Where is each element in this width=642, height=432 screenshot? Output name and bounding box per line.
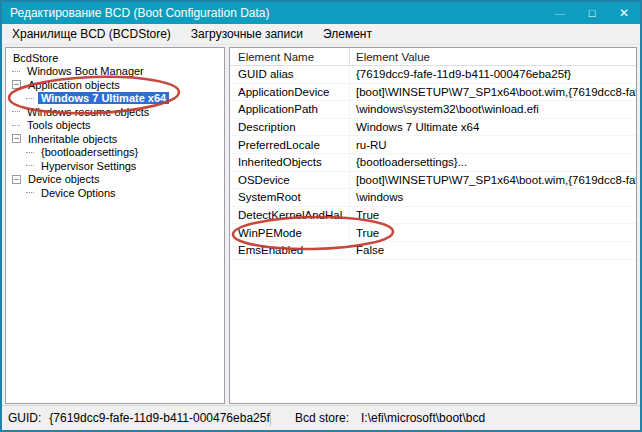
tree-connector-line	[26, 152, 34, 153]
element-name-cell: SystemRoot	[230, 189, 350, 206]
tree-item-device-options[interactable]: Device Options	[6, 186, 224, 200]
element-value-cell: \windows\system32\boot\winload.efi	[350, 103, 636, 115]
menu-bar: Хранилище BCD (BCDStore) Загрузочные зап…	[2, 24, 640, 45]
tree-connector-line	[26, 165, 34, 166]
element-name-cell: GUID alias	[230, 66, 350, 83]
status-guid-label: GUID:	[8, 411, 41, 425]
element-name-cell: ApplicationDevice	[230, 84, 350, 101]
collapse-icon[interactable]: −	[12, 175, 21, 184]
tree-item-windows-resume-objects[interactable]: Windows resume objects	[6, 105, 224, 119]
element-row-applicationdevice[interactable]: ApplicationDevice[boot]\WINSETUP\W7_SP1x…	[230, 84, 636, 102]
status-store-section: Bcd store: I:\efi\microsoft\boot\bcd	[271, 411, 485, 425]
element-row-description[interactable]: DescriptionWindows 7 Ultimate x64	[230, 119, 636, 137]
status-bar: GUID: {7619dcc9-fafe-11d9-b411-000476eba…	[2, 405, 640, 430]
column-header-element-name[interactable]: Element Name	[230, 48, 350, 65]
element-row-inheritedobjects[interactable]: InheritedObjects{bootloadersettings}...	[230, 154, 636, 172]
element-row-systemroot[interactable]: SystemRoot\windows	[230, 189, 636, 207]
tree-item-label: Application objects	[25, 79, 123, 91]
tree-item-label: Windows resume objects	[24, 106, 152, 118]
element-row-detectkernelandhal[interactable]: DetectKernelAndHalTrue	[230, 207, 636, 225]
main-area: BcdStoreWindows Boot Manager−Application…	[2, 45, 640, 405]
element-name-cell: InheritedObjects	[230, 154, 350, 171]
element-value-cell: {bootloadersettings}...	[350, 156, 636, 168]
menu-item-boot-entries[interactable]: Загрузочные записи	[181, 27, 313, 41]
tree-connector-line	[12, 125, 20, 126]
maximize-icon[interactable]: □	[576, 2, 608, 24]
tree-item-label: Device objects	[25, 173, 103, 185]
tree-item-label: BcdStore	[10, 52, 61, 64]
tree-connector-line	[26, 192, 34, 193]
status-guid-value: {7619dcc9-fafe-11d9-b411-000476eba25f}	[49, 411, 270, 425]
tree-item-label: Inheritable objects	[25, 133, 120, 145]
element-value-cell: True	[350, 209, 636, 221]
tree-item-label: {bootloadersettings}	[38, 146, 141, 158]
title-bar: Редактирование BCD (Boot Configuration D…	[2, 2, 640, 24]
tree-connector-line	[12, 71, 20, 72]
element-name-cell: OSDevice	[230, 172, 350, 189]
element-row-emsenabled[interactable]: EmsEnabledFalse	[230, 242, 636, 260]
element-list-panel: Element Name Element Value GUID alias{76…	[229, 47, 637, 404]
element-value-cell: \windows	[350, 191, 636, 203]
tree-connector-line	[12, 111, 20, 112]
collapse-icon[interactable]: −	[12, 80, 21, 89]
window-controls: — □ ✕	[544, 2, 640, 24]
element-name-cell: ApplicationPath	[230, 101, 350, 118]
tree-item-label: Device Options	[38, 187, 119, 199]
element-value-cell: False	[350, 244, 636, 256]
bcd-editor-window: Редактирование BCD (Boot Configuration D…	[0, 0, 642, 432]
tree-item-bootloadersettings[interactable]: {bootloadersettings}	[6, 146, 224, 160]
element-row-winpemode[interactable]: WinPEModeTrue	[230, 224, 636, 242]
minimize-icon[interactable]: —	[544, 2, 576, 24]
tree-item-label: Tools objects	[24, 119, 94, 131]
status-store-label: Bcd store:	[295, 411, 349, 425]
collapse-icon[interactable]: −	[12, 134, 21, 143]
window-title: Редактирование BCD (Boot Configuration D…	[10, 6, 270, 20]
element-row-osdevice[interactable]: OSDevice[boot]\WINSETUP\W7_SP1x64\boot.w…	[230, 172, 636, 190]
element-name-cell: DetectKernelAndHal	[230, 207, 350, 224]
element-name-cell: WinPEMode	[230, 224, 350, 241]
column-header-element-value[interactable]: Element Value	[350, 51, 636, 63]
bcd-tree-panel: BcdStoreWindows Boot Manager−Application…	[5, 47, 225, 404]
tree-item-application-objects[interactable]: −Application objects	[6, 78, 224, 92]
tree-item-bcdstore[interactable]: BcdStore	[6, 51, 224, 65]
element-value-cell: ru-RU	[350, 139, 636, 151]
tree-connector-line	[26, 98, 34, 99]
menu-item-element[interactable]: Элемент	[313, 27, 382, 41]
element-value-cell: True	[350, 227, 636, 239]
tree-item-label: Windows Boot Manager	[24, 65, 147, 77]
element-row-applicationpath[interactable]: ApplicationPath\windows\system32\boot\wi…	[230, 101, 636, 119]
element-name-cell: PreferredLocale	[230, 136, 350, 153]
menu-item-bcdstore[interactable]: Хранилище BCD (BCDStore)	[2, 27, 181, 41]
tree-item-windows-7-ultimate-x64[interactable]: Windows 7 Ultimate x64	[6, 92, 224, 106]
tree-item-label: Windows 7 Ultimate x64	[38, 92, 169, 104]
status-store-value: I:\efi\microsoft\boot\bcd	[361, 411, 485, 425]
status-guid-section: GUID: {7619dcc9-fafe-11d9-b411-000476eba…	[2, 411, 270, 425]
element-name-cell: EmsEnabled	[230, 242, 350, 259]
element-value-cell: {7619dcc9-fafe-11d9-b411-000476eba25f}	[350, 68, 636, 80]
element-row-preferredlocale[interactable]: PreferredLocaleru-RU	[230, 136, 636, 154]
element-name-cell: Description	[230, 119, 350, 136]
element-value-cell: [boot]\WINSETUP\W7_SP1x64\boot.wim,{7619…	[350, 174, 636, 186]
element-list-body: GUID alias{7619dcc9-fafe-11d9-b411-00047…	[230, 66, 636, 260]
tree-item-device-objects[interactable]: −Device objects	[6, 173, 224, 187]
close-icon[interactable]: ✕	[608, 2, 640, 24]
element-row-guid-alias[interactable]: GUID alias{7619dcc9-fafe-11d9-b411-00047…	[230, 66, 636, 84]
tree-item-inheritable-objects[interactable]: −Inheritable objects	[6, 132, 224, 146]
element-value-cell: [boot]\WINSETUP\W7_SP1x64\boot.wim,{7619…	[350, 86, 636, 98]
element-value-cell: Windows 7 Ultimate x64	[350, 121, 636, 133]
tree-item-label: Hypervisor Settings	[38, 160, 139, 172]
tree-item-windows-boot-manager[interactable]: Windows Boot Manager	[6, 65, 224, 79]
tree-item-tools-objects[interactable]: Tools objects	[6, 119, 224, 133]
tree-item-hypervisor-settings[interactable]: Hypervisor Settings	[6, 159, 224, 173]
list-header-row: Element Name Element Value	[230, 48, 636, 66]
